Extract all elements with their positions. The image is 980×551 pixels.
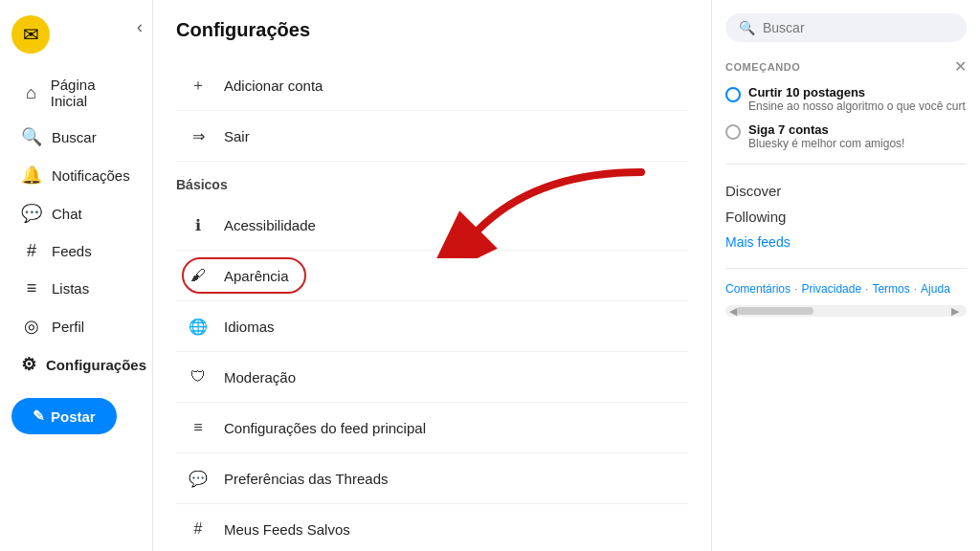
task-title-1: Curtir 10 postagens — [748, 85, 966, 99]
main-settings: Configurações ＋ Adicionar conta ⇒ Sair B… — [153, 0, 712, 551]
sidebar-item-label: Notificações — [52, 167, 130, 184]
collapse-button[interactable]: ‹ — [137, 17, 143, 37]
post-button[interactable]: ✎ Postar — [11, 398, 117, 434]
sidebar-item-label: Buscar — [52, 129, 97, 145]
divider-1 — [725, 164, 967, 165]
separator-1: · — [794, 282, 797, 296]
sidebar-item-search[interactable]: 🔍 Buscar — [11, 119, 141, 155]
plus-icon: ＋ — [186, 73, 211, 98]
gear-icon: ⚙ — [21, 354, 36, 375]
settings-feed-config[interactable]: ≡ Configurações do feed principal — [176, 403, 688, 453]
list-icon: ≡ — [21, 278, 42, 298]
settings-logout[interactable]: ⇒ Sair — [176, 111, 688, 162]
shield-icon: 🛡 — [186, 364, 211, 389]
sidebar-item-lists[interactable]: ≡ Listas — [11, 271, 141, 306]
logo-icon: ✉ — [23, 23, 39, 46]
sidebar-item-profile[interactable]: ◎ Perfil — [11, 308, 141, 344]
separator-2: · — [865, 282, 868, 296]
section-basics-label: Básicos — [176, 177, 688, 192]
sidebar-item-label: Listas — [52, 280, 89, 297]
close-button[interactable]: ✕ — [954, 57, 967, 76]
settings-accessibility[interactable]: ℹ Acessibilidade — [176, 200, 688, 251]
sidebar-item-label: Página Inicial — [51, 77, 131, 109]
post-icon: ✎ — [33, 408, 45, 425]
footer-link-ajuda[interactable]: Ajuda — [921, 282, 950, 296]
task-item-1: Curtir 10 postagens Ensine ao nosso algo… — [725, 85, 967, 113]
feed-link-discover[interactable]: Discover — [725, 178, 967, 204]
chat-icon: 💬 — [21, 203, 42, 224]
sidebar-item-chat[interactable]: 💬 Chat — [11, 195, 141, 231]
thread-icon: 💬 — [186, 466, 211, 491]
task-item-2: Siga 7 contas Bluesky é melhor com amigo… — [725, 122, 967, 150]
task-title-2: Siga 7 contas — [748, 122, 904, 137]
sidebar-item-settings[interactable]: ⚙ Configurações — [11, 346, 141, 383]
settings-idiomas[interactable]: 🌐 Idiomas — [176, 301, 688, 352]
scrollbar-thumb[interactable] — [737, 307, 813, 315]
app-logo[interactable]: ✉ — [11, 15, 50, 54]
bell-icon: 🔔 — [21, 165, 42, 186]
right-sidebar: 🔍 COMEÇANDO ✕ Curtir 10 postagens Ensine… — [712, 0, 980, 551]
sidebar-item-label: Chat — [52, 206, 82, 222]
footer-link-comentarios[interactable]: Comentários — [725, 282, 791, 296]
sidebar-nav: ⌂ Página Inicial 🔍 Buscar 🔔 Notificações… — [11, 69, 141, 383]
hash-icon: # — [21, 241, 42, 261]
settings-saved-feeds[interactable]: # Meus Feeds Salvos — [176, 504, 688, 551]
hash2-icon: # — [186, 517, 211, 541]
search-box[interactable]: 🔍 — [725, 13, 967, 42]
feed-link-more[interactable]: Mais feeds — [725, 230, 967, 254]
sidebar-item-home[interactable]: ⌂ Página Inicial — [11, 69, 141, 117]
settings-aparencia[interactable]: 🖌 Aparência — [176, 251, 688, 301]
separator-3: · — [914, 282, 917, 296]
getting-started-header: COMEÇANDO ✕ — [725, 57, 967, 76]
language-icon: 🌐 — [186, 314, 211, 339]
profile-icon: ◎ — [21, 316, 42, 337]
settings-add-account[interactable]: ＋ Adicionar conta — [176, 60, 688, 111]
settings-threads[interactable]: 💬 Preferências das Threads — [176, 453, 688, 504]
task-desc-1: Ensine ao nosso algoritmo o que você cur… — [748, 99, 966, 113]
paint-icon: 🖌 — [186, 263, 211, 288]
settings-moderacao[interactable]: 🛡 Moderação — [176, 352, 688, 403]
search-icon: 🔍 — [21, 126, 42, 147]
task-icon-1 — [725, 87, 741, 102]
sidebar-item-notifications[interactable]: 🔔 Notificações — [11, 157, 141, 193]
sidebar-item-label: Perfil — [52, 319, 84, 335]
footer-links: Comentários · Privacidade · Termos · Aju… — [725, 282, 967, 296]
sidebar-item-feeds[interactable]: # Feeds — [11, 233, 141, 269]
sidebar-item-label: Feeds — [52, 243, 92, 259]
divider-2 — [725, 268, 967, 269]
scrollbar-right-arrow[interactable]: ▶ — [947, 305, 963, 318]
feed-icon: ≡ — [186, 415, 211, 440]
search-icon: 🔍 — [739, 20, 755, 35]
footer-link-termos[interactable]: Termos — [872, 282, 909, 296]
left-sidebar: ✉ ‹ ⌂ Página Inicial 🔍 Buscar 🔔 Notifica… — [0, 0, 153, 551]
scrollbar-area[interactable]: ◀ ▶ — [725, 305, 967, 317]
task-desc-2: Bluesky é melhor com amigos! — [748, 137, 904, 150]
home-icon: ⌂ — [21, 83, 41, 103]
search-input[interactable] — [763, 20, 953, 35]
sidebar-item-label: Configurações — [46, 357, 146, 373]
logout-icon: ⇒ — [186, 123, 211, 148]
task-icon-2 — [725, 124, 741, 140]
getting-started-label: COMEÇANDO — [725, 61, 800, 73]
info-icon: ℹ — [186, 212, 211, 237]
page-title: Configurações — [176, 19, 688, 41]
footer-link-privacidade[interactable]: Privacidade — [801, 282, 861, 296]
feed-link-following[interactable]: Following — [725, 204, 967, 230]
